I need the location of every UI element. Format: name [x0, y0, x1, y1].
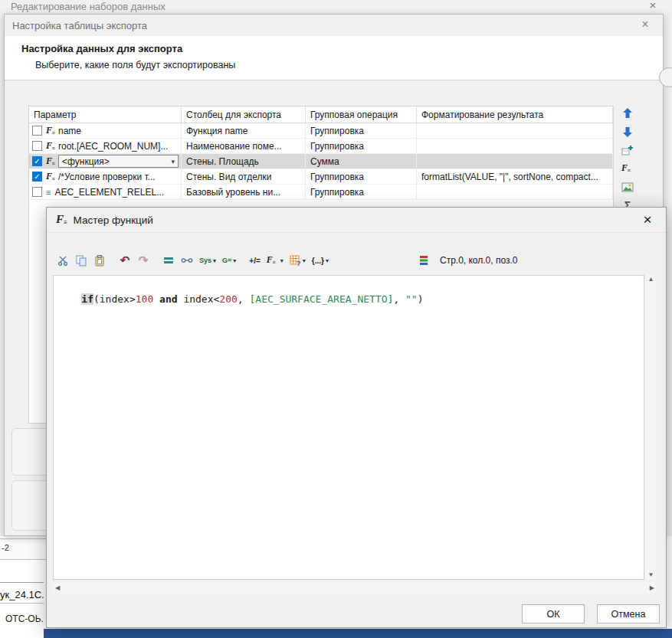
function-button[interactable]: F≡ [621, 162, 634, 175]
fx-icon: F≡ [46, 172, 54, 182]
function-combobox[interactable]: <функция>▾ [58, 155, 179, 168]
cell-parameter: F≡name [29, 123, 182, 138]
function-wizard-dialog: F≡ Мастер функций × ↶ ↷ Sys ▾ G= ▾ [46, 207, 667, 628]
chevron-down-icon: ▾ [326, 257, 329, 264]
cell-export-column: Функция name [182, 123, 306, 138]
row-checkbox[interactable]: ✓ [32, 172, 42, 182]
plus-equals-label: +/= [249, 257, 260, 265]
fx-icon: F≡ [621, 163, 630, 174]
move-down-button[interactable] [621, 125, 634, 139]
ok-button[interactable]: ОК [522, 604, 585, 623]
image-icon [621, 182, 634, 193]
scroll-up-icon[interactable]: ▲ [648, 276, 654, 283]
cell-format [417, 123, 613, 138]
formula-editor[interactable]: if(index>100 and index<200, [AEC_SURFACE… [53, 275, 644, 580]
cell-format: formatList(VALUE, "|", sortNone, compact… [417, 169, 613, 184]
cancel-button[interactable]: Отмена [597, 604, 660, 623]
redo-icon: ↷ [139, 254, 149, 267]
chevron-down-icon: ▾ [233, 257, 236, 264]
group-menu-label: G= [222, 257, 231, 264]
row-checkbox[interactable] [32, 187, 42, 197]
scroll-down-icon[interactable]: ▼ [648, 572, 654, 578]
table-row[interactable]: F≡nameФункция nameГруппировка [29, 123, 613, 139]
color-legend-button[interactable] [415, 252, 432, 269]
copy-icon [75, 254, 87, 267]
row-label: -2 [2, 543, 9, 552]
column-header[interactable]: Столбец для экспорта [182, 106, 306, 123]
group-menu-button[interactable]: G= ▾ [220, 252, 238, 269]
cut-button[interactable] [54, 252, 71, 269]
export-dialog-header: Настройка данных для экспорта Выберите, … [5, 36, 663, 80]
table-row[interactable]: ≡AEC_ELEMENT_RELEL...Базовый уровень ни.… [29, 185, 613, 200]
close-icon[interactable]: × [637, 18, 654, 31]
grid-help-menu-button[interactable]: ? ▾ [287, 252, 308, 269]
header-subtitle: Выберите, какие поля будут экспортирован… [35, 60, 235, 70]
clipboard-icon [93, 254, 106, 267]
code-token: if [81, 293, 93, 305]
nodes-button[interactable] [179, 252, 195, 269]
undo-button[interactable]: ↶ [116, 252, 133, 269]
row-checkbox[interactable] [32, 126, 42, 136]
image-button[interactable] [621, 180, 634, 194]
table-row[interactable]: F≡root.[AEC_ROOM_NUM]...Наименование пом… [29, 139, 613, 154]
row-checkbox[interactable]: ✓ [32, 156, 42, 166]
fx-icon: F≡ [46, 126, 54, 136]
grid-help-icon: ? [290, 255, 301, 267]
code-token: 100 [136, 293, 153, 305]
sheet-tab[interactable]: ук_24.1С... [0, 589, 44, 604]
table-row[interactable]: ✓F≡/*Условие проверки т...Стены. Вид отд… [29, 169, 613, 185]
cell-group-operation: Группировка [306, 169, 417, 184]
sys-menu-label: Sys [199, 257, 211, 264]
add-parameter-button[interactable] [621, 143, 634, 157]
sys-menu-button[interactable]: Sys ▾ [197, 252, 218, 269]
export-table-header: ПараметрСтолбец для экспортаГрупповая оп… [29, 106, 613, 123]
copy-button[interactable] [73, 252, 90, 269]
svg-text:?: ? [297, 260, 301, 267]
cell-export-column: Стены. Вид отделки [182, 169, 306, 184]
cell-export-column: Базовый уровень ни... [182, 185, 306, 199]
code-token: , [393, 293, 405, 305]
column-header[interactable]: Параметр [29, 106, 182, 123]
braces-menu-button[interactable]: {...} ▾ [310, 252, 331, 269]
code-token: "" [405, 293, 418, 305]
plus-equals-button[interactable]: +/= [247, 252, 262, 269]
merge-button[interactable] [160, 252, 177, 269]
wizard-title: Мастер функций [74, 214, 153, 226]
cell-format [417, 154, 613, 168]
scroll-right-icon[interactable]: ▶ [650, 585, 654, 591]
row-checkbox[interactable] [32, 141, 42, 151]
cell-group-operation: Сумма [306, 154, 417, 168]
move-up-button[interactable] [621, 106, 634, 120]
undo-icon: ↶ [120, 254, 130, 267]
background-dialog-title: Редактирование наборов данных [11, 1, 166, 12]
vertical-scrollbar[interactable]: ▲ ▼ [645, 275, 657, 580]
parameter-label: AEC_ELEMENT_RELEL... [54, 187, 164, 198]
color-legend-icon [419, 255, 428, 266]
column-header[interactable]: Групповая операция [306, 106, 417, 123]
arrow-down-icon [621, 126, 634, 138]
horizontal-scrollbar[interactable]: ◀ ▶ [53, 582, 657, 594]
merge-icon [162, 254, 175, 267]
cell-format [417, 139, 613, 153]
close-icon[interactable]: × [638, 211, 657, 228]
fx-icon: F≡ [46, 156, 54, 167]
chevron-down-icon: ▾ [303, 257, 306, 264]
sheet-tab[interactable]: ОТС-ОЬ... [5, 613, 44, 624]
column-header[interactable]: Форматирование результата [417, 106, 613, 123]
chevron-down-icon: ▾ [168, 158, 178, 165]
paste-button[interactable] [91, 252, 108, 269]
wizard-titlebar[interactable]: F≡ Мастер функций × [47, 208, 666, 233]
table-row[interactable]: ✓F≡<функция>▾Стены. ПлощадьСумма [29, 154, 613, 169]
scroll-left-icon[interactable]: ◀ [55, 585, 60, 591]
cell-group-operation: Группировка [306, 139, 417, 153]
cell-format [417, 185, 613, 199]
field-icon: ≡ [46, 188, 51, 197]
export-dialog-title[interactable]: Настройка таблицы экспорта [12, 20, 147, 31]
function-menu-button[interactable]: F≡ ▾ [264, 252, 286, 269]
redo-button[interactable]: ↷ [135, 252, 152, 269]
arrow-up-icon [621, 107, 634, 119]
close-icon[interactable]: × [644, 0, 662, 12]
parameter-label: root.[AEC_ROOM_NUM]... [58, 141, 168, 152]
background-row-header: -2 [0, 538, 46, 560]
table-side-toolbar: F≡ Σ [617, 106, 638, 212]
